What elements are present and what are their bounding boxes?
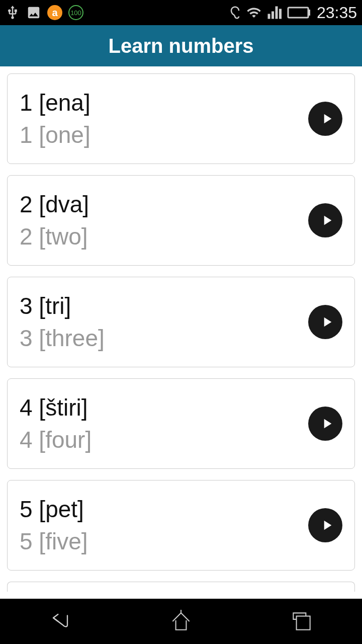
status-right: 23:35 [226, 4, 357, 22]
play-button[interactable] [308, 305, 342, 339]
hearing-icon [226, 5, 241, 20]
primary-text: 1 [ena] [20, 89, 90, 116]
usb-icon [5, 5, 20, 20]
play-icon [319, 212, 335, 228]
svg-rect-1 [308, 10, 310, 16]
number-card[interactable]: 5 [pet] 5 [five] [7, 480, 355, 571]
battery-circle-icon: 100 [68, 5, 83, 20]
number-card[interactable]: 2 [dva] 2 [two] [7, 175, 355, 266]
image-icon [26, 5, 41, 20]
number-card[interactable]: 1 [ena] 1 [one] [7, 73, 355, 164]
play-button[interactable] [308, 407, 342, 441]
primary-text: 5 [pet] [20, 496, 88, 523]
app-badge-icon: a [47, 5, 62, 20]
primary-text: 2 [dva] [20, 191, 89, 218]
play-button[interactable] [308, 102, 342, 136]
number-card[interactable]: 4 [štiri] 4 [four] [7, 378, 355, 469]
wifi-icon [246, 5, 261, 20]
home-icon [168, 609, 194, 634]
secondary-text: 2 [two] [20, 223, 89, 250]
back-icon [46, 607, 74, 635]
app-header: Learn numbers [0, 25, 362, 66]
secondary-text: 1 [one] [20, 121, 90, 148]
page-title: Learn numbers [109, 35, 254, 57]
card-text: 2 [dva] 2 [two] [20, 191, 89, 250]
svg-rect-2 [297, 616, 310, 630]
play-button[interactable] [308, 203, 342, 237]
number-card[interactable]: 3 [tri] 3 [three] [7, 277, 355, 367]
play-icon [319, 111, 335, 127]
number-card-partial[interactable] [7, 582, 355, 592]
card-text: 5 [pet] 5 [five] [20, 496, 88, 555]
home-button[interactable] [166, 606, 196, 636]
svg-rect-0 [288, 8, 308, 18]
battery-icon [287, 7, 312, 19]
recent-button[interactable] [287, 606, 317, 636]
primary-text: 4 [štiri] [20, 394, 92, 421]
primary-text: 3 [tri] [20, 292, 105, 319]
play-icon [319, 314, 335, 330]
signal-icon [266, 5, 282, 20]
status-time: 23:35 [317, 4, 357, 22]
recent-icon [289, 609, 314, 634]
navigation-bar [0, 599, 362, 644]
secondary-text: 4 [four] [20, 426, 92, 453]
content-list[interactable]: 1 [ena] 1 [one] 2 [dva] 2 [two] 3 [tri] … [0, 66, 362, 599]
card-text: 4 [štiri] 4 [four] [20, 394, 92, 453]
secondary-text: 5 [five] [20, 528, 88, 555]
status-left: a 100 [5, 5, 83, 20]
play-button[interactable] [308, 508, 342, 542]
play-icon [319, 416, 335, 432]
play-icon [319, 517, 335, 533]
secondary-text: 3 [three] [20, 325, 105, 352]
back-button[interactable] [45, 606, 75, 636]
card-text: 1 [ena] 1 [one] [20, 89, 90, 148]
card-text: 3 [tri] 3 [three] [20, 292, 105, 352]
status-bar: a 100 23:35 [0, 0, 362, 25]
